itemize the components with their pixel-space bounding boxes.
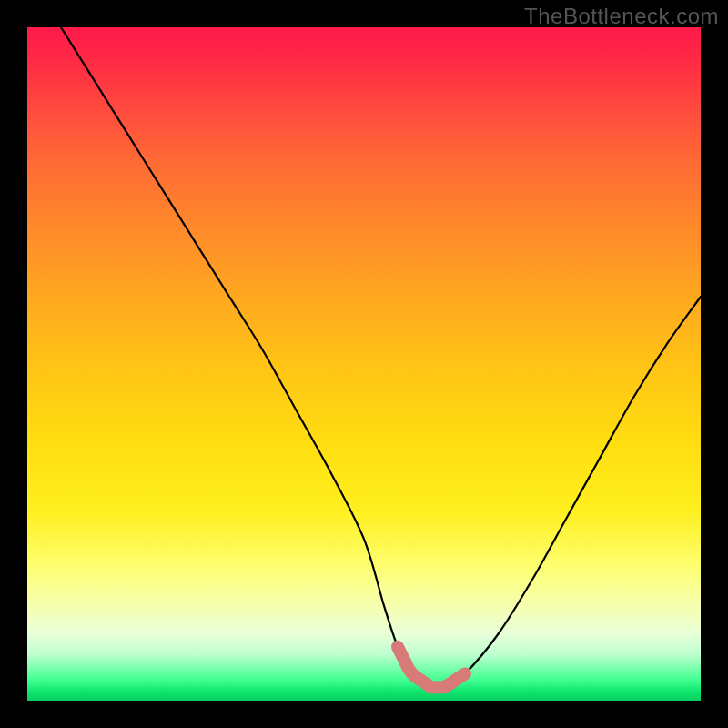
bottleneck-curve (61, 27, 701, 689)
optimal-range-highlight (398, 647, 465, 688)
chart-frame: TheBottleneck.com (0, 0, 728, 728)
watermark-text: TheBottleneck.com (524, 4, 719, 29)
curve-layer (27, 27, 701, 701)
plot-area (27, 27, 701, 701)
